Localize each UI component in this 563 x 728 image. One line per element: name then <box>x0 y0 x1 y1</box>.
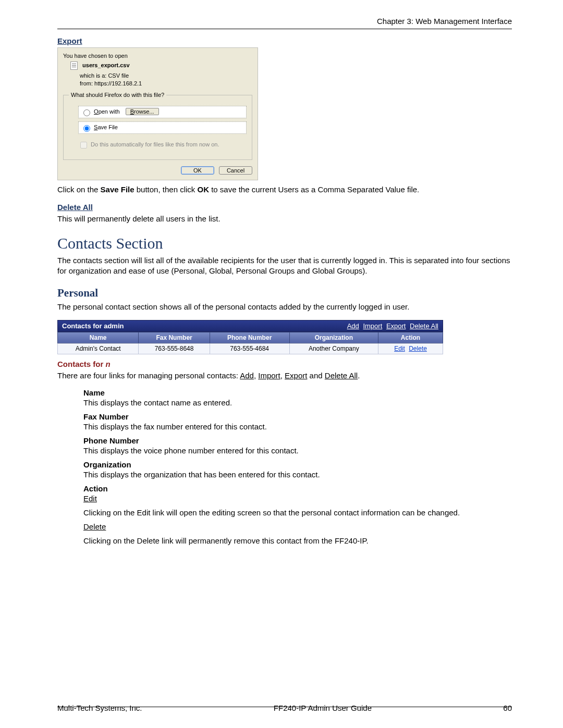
def-term: Name <box>83 388 512 397</box>
dialog-from: from: https://192.168.2.1 <box>80 80 252 87</box>
open-with-row: Open with Browse... <box>78 106 247 118</box>
heading-personal: Personal <box>57 287 512 300</box>
text: Contacts for <box>57 360 106 368</box>
contacts-table-widget: Contacts for admin Add Import Export Del… <box>57 320 443 354</box>
personal-intro: The personal contact section shows all o… <box>57 302 512 312</box>
running-header: Chapter 3: Web Management Interface <box>57 17 512 29</box>
export-link[interactable]: Export <box>386 322 406 330</box>
firefox-download-dialog: You have chosen to open users_export.csv… <box>57 47 258 180</box>
def-term: Organization <box>83 460 512 469</box>
dialog-chosen-text: You have chosen to open <box>63 52 252 59</box>
text-ul: Add <box>240 371 254 380</box>
contacts-table: Name Fax Number Phone Number Organizatio… <box>57 332 443 354</box>
cancel-button[interactable]: Cancel <box>219 166 252 175</box>
text: There are four links for managing person… <box>57 371 240 380</box>
browse-button[interactable]: Browse... <box>126 108 159 115</box>
def-desc: Clicking on the Edit link will open the … <box>83 508 512 517</box>
cell-phone: 763-555-4684 <box>210 343 289 354</box>
def-desc: This displays the organization that has … <box>83 470 512 479</box>
text-ul: Import <box>258 371 280 380</box>
delete-all-link[interactable]: Delete All <box>410 322 438 330</box>
delete-link[interactable]: Delete <box>409 345 427 352</box>
save-file-radio[interactable] <box>83 125 90 132</box>
cell-name: Admin's Contact <box>58 343 139 354</box>
def-desc: Clicking on the Delete link will permane… <box>83 536 512 545</box>
text-bold: OK <box>198 185 210 194</box>
col-action: Action <box>378 332 443 343</box>
col-org: Organization <box>289 332 378 343</box>
auto-row: Do this automatically for files like thi… <box>78 140 247 150</box>
col-fax: Fax Number <box>139 332 210 343</box>
contacts-titlebar-links: Add Import Export Delete All <box>345 322 438 330</box>
save-file-row: Save File <box>78 121 247 134</box>
col-name: Name <box>58 332 139 343</box>
text: and <box>307 371 324 380</box>
dialog-filename: users_export.csv <box>82 62 130 68</box>
text-bold: Save File <box>101 185 134 194</box>
heading-contacts-for-n: Contacts for n <box>57 360 512 368</box>
open-with-label: Open with <box>94 108 120 115</box>
text: Click on the <box>57 185 101 194</box>
edit-link[interactable]: Edit <box>394 345 405 352</box>
text: to save the current Users as a Comma Sep… <box>209 185 419 194</box>
def-desc: This displays the voice phone number ent… <box>83 446 512 455</box>
dialog-button-row: OK Cancel <box>63 166 252 175</box>
text-ul: Delete All <box>325 371 358 380</box>
auto-label: Do this automatically for files like thi… <box>91 142 219 148</box>
contacts-titlebar-label: Contacts for admin <box>62 322 124 330</box>
delete-all-body: This will permanently delete all users i… <box>57 214 512 224</box>
page-footer: Multi-Tech Systems, Inc. FF240-IP Admin … <box>57 704 512 712</box>
cell-fax: 763-555-8648 <box>139 343 210 354</box>
def-term: Phone Number <box>83 436 512 445</box>
definition-list: Name This displays the contact name as e… <box>83 388 512 545</box>
text: . <box>358 371 360 380</box>
def-term: Fax Number <box>83 412 512 421</box>
contacts-section-body: The contacts section will list all of th… <box>57 255 512 277</box>
def-sub-edit: Edit <box>83 494 512 503</box>
text-ul: Export <box>285 371 307 380</box>
def-sub-delete: Delete <box>83 522 512 531</box>
col-phone: Phone Number <box>210 332 289 343</box>
def-desc: This displays the fax number entered for… <box>83 422 512 431</box>
dialog-filetype: which is a: CSV file <box>80 72 252 79</box>
file-icon <box>70 61 78 70</box>
contacts-for-n-body: There are four links for managing person… <box>57 371 512 381</box>
contacts-titlebar: Contacts for admin Add Import Export Del… <box>57 320 443 332</box>
heading-delete-all: Delete All <box>57 203 512 212</box>
dialog-legend: What should Firefox do with this file? <box>69 91 166 98</box>
dialog-fieldset: What should Firefox do with this file? O… <box>63 91 252 160</box>
table-header-row: Name Fax Number Phone Number Organizatio… <box>58 332 443 343</box>
heading-export: Export <box>57 36 512 45</box>
open-with-radio[interactable] <box>83 109 90 116</box>
ok-button[interactable]: OK <box>181 166 214 175</box>
text-italic: n <box>106 360 111 368</box>
dialog-filename-row: users_export.csv <box>70 61 252 70</box>
auto-checkbox[interactable] <box>80 142 87 149</box>
import-link[interactable]: Import <box>363 322 382 330</box>
table-row: Admin's Contact 763-555-8648 763-555-468… <box>58 343 443 354</box>
cell-org: Another Company <box>289 343 378 354</box>
header-rule <box>57 29 512 29</box>
add-link[interactable]: Add <box>347 322 359 330</box>
def-term-action: Action <box>83 484 512 493</box>
save-file-label: Save File <box>94 124 118 130</box>
text: button, then click <box>134 185 198 194</box>
cell-action: Edit Delete <box>378 343 443 354</box>
def-desc: This displays the contact name as entere… <box>83 398 512 407</box>
heading-contacts-section: Contacts Section <box>57 235 512 252</box>
export-caption: Click on the Save File button, then clic… <box>57 184 512 195</box>
